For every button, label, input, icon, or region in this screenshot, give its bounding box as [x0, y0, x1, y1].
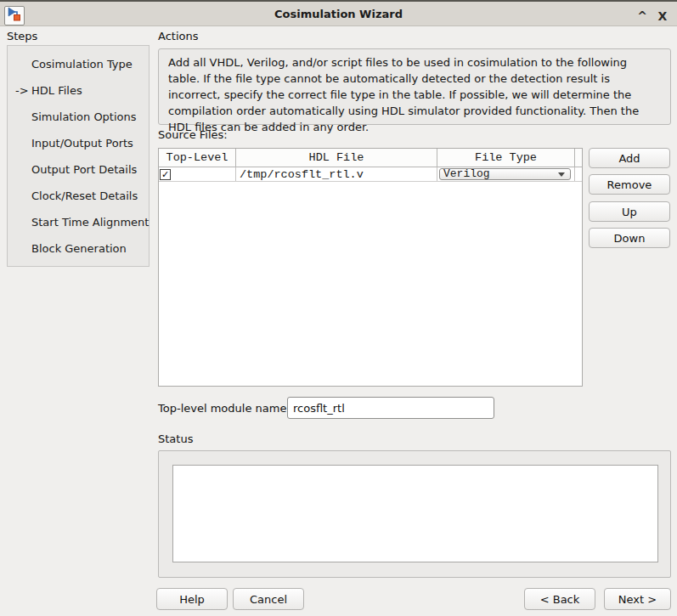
- status-panel: [158, 450, 671, 578]
- step-label: Simulation Options: [31, 110, 137, 123]
- step-label: Output Port Details: [31, 163, 137, 176]
- cosimulation-wizard-window: Cosimulation Wizard ^ X Steps Cosimulati…: [0, 0, 677, 616]
- step-simulation-options: Simulation Options: [8, 104, 149, 130]
- step-clock-reset-details: Clock/Reset Details: [8, 183, 149, 209]
- window-title: Cosimulation Wizard: [0, 2, 677, 26]
- file-type-cell[interactable]: Verilog: [437, 167, 575, 181]
- steps-panel: Cosimulation Type -> HDL Files Simulatio…: [7, 45, 150, 267]
- steps-heading: Steps: [7, 30, 37, 42]
- step-label: HDL Files: [31, 84, 82, 97]
- top-level-checkbox[interactable]: ✓: [160, 169, 171, 180]
- down-button[interactable]: Down: [589, 228, 670, 248]
- step-hdl-files: -> HDL Files: [8, 77, 149, 104]
- top-level-cell[interactable]: ✓: [159, 167, 236, 181]
- help-button[interactable]: Help: [156, 588, 228, 610]
- titlebar[interactable]: Cosimulation Wizard ^ X: [0, 0, 677, 26]
- column-header-top-level[interactable]: Top-Level: [159, 149, 236, 167]
- hdl-file-path: /tmp/rcosflt_rtl.v: [236, 168, 364, 181]
- dropdown-arrow-icon: [558, 172, 565, 177]
- column-header-file-type[interactable]: File Type: [437, 149, 575, 167]
- status-textarea[interactable]: [172, 465, 658, 562]
- up-button[interactable]: Up: [589, 201, 670, 222]
- file-type-value: Verilog: [440, 169, 490, 179]
- step-input-output-ports: Input/Output Ports: [8, 130, 149, 156]
- step-cosimulation-type: Cosimulation Type: [8, 51, 149, 77]
- status-heading: Status: [158, 432, 193, 445]
- active-step-marker: ->: [15, 77, 29, 104]
- actions-description: Add all VHDL, Verilog, and/or script fil…: [158, 48, 671, 125]
- step-label: Input/Output Ports: [31, 137, 133, 150]
- step-label: Block Generation: [31, 242, 127, 255]
- back-button[interactable]: < Back: [524, 588, 595, 610]
- actions-heading: Actions: [158, 30, 199, 42]
- module-name-label: Top-level module name:: [158, 402, 291, 415]
- row-spacer-cell: [575, 167, 582, 181]
- column-header-hdl-file[interactable]: HDL File: [236, 149, 437, 167]
- column-header-spacer: [575, 149, 582, 167]
- step-label: Cosimulation Type: [31, 58, 133, 71]
- step-label: Start Time Alignment: [31, 216, 149, 229]
- source-files-label: Source Files:: [158, 128, 228, 141]
- add-button[interactable]: Add: [589, 148, 670, 168]
- next-button[interactable]: Next >: [604, 588, 671, 610]
- table-row[interactable]: ✓ /tmp/rcosflt_rtl.v Verilog: [159, 167, 582, 182]
- source-files-table: Top-Level HDL File File Type ✓ /tmp/rcos…: [158, 148, 583, 387]
- hdl-file-cell[interactable]: /tmp/rcosflt_rtl.v: [236, 167, 437, 181]
- remove-button[interactable]: Remove: [589, 174, 670, 195]
- step-label: Clock/Reset Details: [31, 189, 138, 202]
- file-type-dropdown[interactable]: Verilog: [439, 168, 571, 180]
- minimize-button[interactable]: ^: [633, 3, 652, 28]
- table-header-row: Top-Level HDL File File Type: [159, 149, 582, 167]
- module-name-input[interactable]: [287, 397, 494, 419]
- step-start-time-alignment: Start Time Alignment: [8, 209, 149, 235]
- cancel-button[interactable]: Cancel: [233, 588, 304, 610]
- step-output-port-details: Output Port Details: [8, 156, 149, 183]
- close-button[interactable]: X: [653, 3, 672, 28]
- step-block-generation: Block Generation: [8, 235, 149, 262]
